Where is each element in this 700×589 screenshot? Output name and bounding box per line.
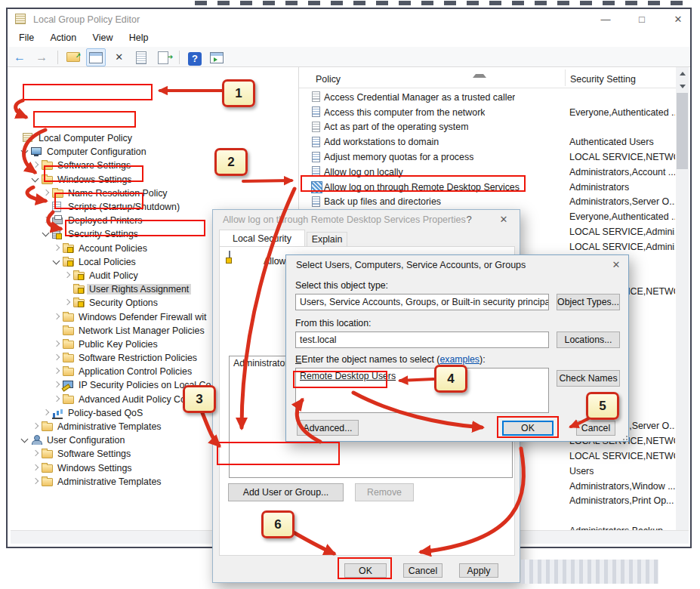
tree-item-label: Account Policies — [76, 243, 150, 254]
policy-row[interactable]: Access Credential Manager as a trusted c… — [299, 90, 675, 105]
chevron-right-icon[interactable] — [52, 313, 61, 322]
vertical-scrollbar[interactable] — [676, 67, 689, 543]
tree-item-label: Software Restriction Policies — [76, 353, 199, 363]
object-names-input[interactable]: Remote Desktop Users — [295, 368, 549, 413]
policy-row[interactable]: Access this computer from the networkEve… — [299, 105, 675, 120]
chevron-right-icon[interactable] — [42, 409, 51, 418]
ok-button[interactable]: OK — [502, 421, 554, 436]
policy-row[interactable]: Act as part of the operating system — [299, 120, 675, 135]
up-one-level-icon[interactable] — [64, 49, 82, 66]
chevron-right-icon[interactable] — [52, 395, 61, 404]
dialog-close-icon[interactable]: ✕ — [606, 259, 626, 270]
object-type-field: Users, Service Accounts, Groups, or Buil… — [295, 294, 549, 310]
chevron-right-icon[interactable] — [42, 216, 51, 225]
ok-button[interactable]: OK — [344, 563, 387, 578]
policy-row[interactable]: Add workstations to domainAuthenticated … — [299, 134, 675, 150]
chevron-right-icon[interactable] — [63, 271, 72, 280]
new-window-icon[interactable] — [208, 49, 226, 66]
chevron-right-icon[interactable] — [42, 189, 51, 198]
object-name-value[interactable]: Remote Desktop Users — [296, 369, 548, 384]
chevron-right-icon[interactable] — [63, 298, 72, 307]
header-rule — [299, 88, 676, 88]
remove-button[interactable]: Remove — [355, 483, 414, 501]
properties-icon[interactable] — [132, 49, 150, 66]
tree-item-label: Local Policies — [76, 257, 138, 267]
add-user-or-group-button[interactable]: Add User or Group... — [228, 483, 344, 501]
back-icon[interactable] — [11, 49, 29, 66]
cancel-button[interactable]: Cancel — [403, 563, 443, 578]
maximize-button[interactable]: □ — [627, 10, 657, 29]
chevron-right-icon[interactable] — [52, 340, 61, 349]
chevron-right-icon[interactable] — [52, 244, 61, 253]
policy-row[interactable]: Allow log on through Remote Desktop Serv… — [299, 180, 675, 195]
scrollbar-thumb[interactable] — [677, 82, 688, 169]
object-names-label-text: Enter the object names to select ( — [301, 354, 439, 365]
object-types-button[interactable]: Object Types... — [557, 294, 620, 310]
tree-item[interactable]: Name Resolution Policy — [11, 187, 294, 200]
help-icon[interactable] — [186, 49, 204, 66]
chevron-right-icon[interactable] — [31, 422, 40, 431]
chevron-down-icon[interactable] — [20, 147, 29, 156]
column-header-security-setting[interactable]: Security Setting — [570, 74, 636, 85]
object-type-label: Select this object type: — [295, 280, 388, 291]
menu-help[interactable]: Help — [122, 30, 156, 45]
location-field: test.local — [295, 332, 549, 348]
policy-document-icon — [310, 91, 324, 103]
policy-document-icon — [310, 166, 324, 177]
tree-item-label: Windows Defender Firewall wit — [76, 312, 208, 322]
chevron-right-icon[interactable] — [31, 449, 40, 458]
policy-row[interactable]: Back up files and directoriesAdministrat… — [299, 195, 675, 210]
column-header-policy[interactable]: Policy — [316, 74, 341, 85]
chevron-right-icon[interactable] — [52, 353, 61, 362]
chevron-right-icon[interactable] — [52, 381, 61, 390]
tree-item-label: Software Settings — [55, 160, 133, 171]
menu-action[interactable]: Action — [44, 30, 84, 45]
chevron-down-icon[interactable] — [31, 175, 40, 184]
show-console-tree-icon[interactable] — [86, 48, 106, 66]
tree-item[interactable]: Software Settings — [11, 159, 294, 172]
tab-explain[interactable]: Explain — [307, 232, 347, 247]
policy-row[interactable]: Allow log on locallyAdministrators,Accou… — [299, 165, 675, 180]
tab-local-security-setting[interactable]: Local Security Setting — [219, 230, 305, 247]
scroll-down-icon[interactable] — [676, 80, 689, 93]
apply-button[interactable]: Apply — [459, 563, 498, 578]
dialog-title-bar[interactable]: Select Users, Computers, Service Account… — [286, 255, 628, 275]
title-bar[interactable]: Local Group Policy Editor — □ ✕ — [8, 9, 690, 30]
folder-icon — [42, 160, 54, 171]
chevron-down-icon[interactable] — [42, 230, 51, 239]
cancel-button[interactable]: Cancel — [576, 421, 615, 436]
dialog-close-icon[interactable]: ✕ — [494, 214, 513, 225]
chevron-right-icon[interactable] — [31, 464, 40, 473]
chevron-down-icon[interactable] — [52, 257, 61, 267]
security-setting-value: LOCAL SERVICE,NETWO... — [569, 451, 675, 461]
policy-row[interactable]: Adjust memory quotas for a processLOCAL … — [299, 150, 675, 165]
menu-file[interactable]: File — [12, 30, 41, 45]
export-list-icon[interactable] — [154, 49, 172, 66]
minimize-button[interactable]: — — [591, 10, 621, 29]
menu-view[interactable]: View — [86, 30, 120, 45]
tree-item[interactable]: Local Computer Policy — [11, 131, 294, 145]
resize-grip-icon[interactable] — [621, 434, 628, 440]
advanced-button[interactable]: Advanced... — [297, 420, 359, 436]
seclock-icon — [52, 229, 65, 239]
forward-icon[interactable] — [32, 49, 51, 66]
policy-name: Access this computer from the network — [324, 107, 485, 118]
scroll-up-icon[interactable] — [676, 67, 689, 80]
security-setting-value: Administrators,Account ... — [569, 167, 675, 177]
chevron-right-icon[interactable] — [31, 161, 40, 170]
check-names-button[interactable]: Check Names — [557, 370, 620, 387]
examples-link[interactable]: examples — [439, 354, 480, 365]
tree-item-label: Software Settings — [55, 449, 133, 459]
dialog-title-bar[interactable]: Allow log on through Remote Desktop Serv… — [213, 210, 520, 230]
delete-icon[interactable] — [110, 49, 128, 66]
chevron-right-icon[interactable] — [52, 367, 61, 376]
locations-button[interactable]: Locations... — [557, 332, 620, 348]
tree-item[interactable]: Computer Configuration — [11, 145, 294, 159]
chevron-down-icon[interactable] — [20, 436, 29, 445]
tree-item[interactable]: Windows Settings — [11, 173, 294, 187]
dialog-help-icon[interactable]: ? — [461, 214, 477, 225]
chevron-right-icon[interactable] — [31, 477, 40, 486]
close-button[interactable]: ✕ — [663, 10, 693, 29]
column-divider[interactable] — [565, 69, 566, 86]
app-icon — [15, 14, 26, 26]
